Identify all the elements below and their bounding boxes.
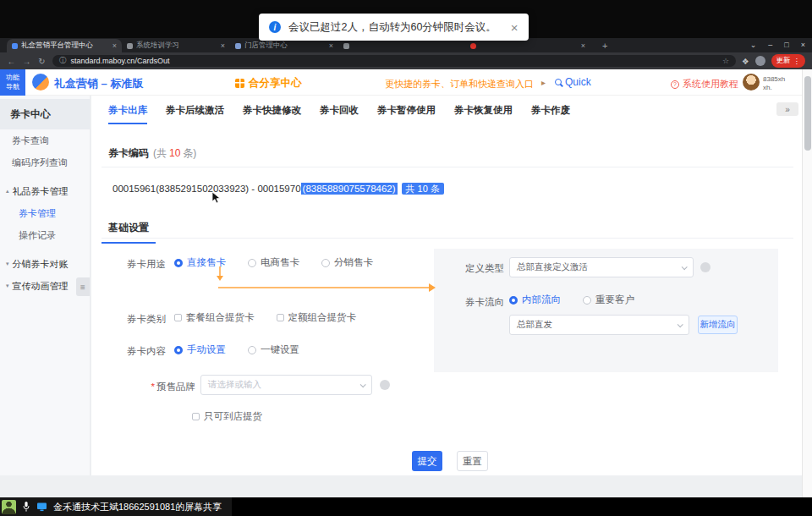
browser-tab-3[interactable]: 门店管理中心 × <box>230 39 338 52</box>
site-info-icon[interactable]: ⓘ <box>59 56 67 66</box>
checkbox-icon <box>277 314 284 321</box>
share-center-link[interactable]: 合分享中心 <box>235 76 302 91</box>
card-category-checkbox-group: 套餐组合提货卡 定额组合提货卡 <box>174 311 356 324</box>
basic-settings-heading: 基础设置 <box>102 221 156 244</box>
radio-one-click-setup[interactable]: 一键设置 <box>248 343 299 356</box>
define-type-select[interactable]: 总部直接定义激活 <box>509 257 694 277</box>
tab-search-icon[interactable]: ⌄ <box>750 41 757 49</box>
card-code-range: 00015961(8385291502033923) - 00015970(83… <box>112 183 444 195</box>
submit-button[interactable]: 提交 <box>412 451 442 471</box>
presale-brand-label: *预售品牌 <box>107 381 195 393</box>
browser-tab-1[interactable]: 礼盒营销平台管理中心 × <box>7 39 122 52</box>
maximize-icon[interactable]: □ <box>784 41 788 49</box>
card-action-tabs: 券卡出库 券卡后续激活 券卡快捷修改 券卡回收 券卡暂停使用 券卡恢复使用 券卡… <box>108 104 570 124</box>
sidebar-collapse-handle[interactable]: ≡ <box>76 277 90 296</box>
store-pickup-row: 只可到店提货 <box>192 410 262 423</box>
app-logo-title: 礼盒营销 – 标准版 <box>54 76 143 91</box>
flow-connector-arrow <box>211 265 448 299</box>
app-header: 功能 导航 礼盒营销 – 标准版 合分享中心 更快捷的券卡、订单和快递查询入口 … <box>0 69 802 96</box>
sidebar-group-dist-reconcile[interactable]: ▾ 分销券卡对账 <box>0 253 90 275</box>
tab-card-activate[interactable]: 券卡后续激活 <box>166 104 224 124</box>
favicon <box>343 43 349 49</box>
web-page: 功能 导航 礼盒营销 – 标准版 合分享中心 更快捷的券卡、订单和快递查询入口 … <box>0 69 812 497</box>
triangle-closed-icon: ▾ <box>6 283 9 289</box>
browser-tab-5[interactable]: × <box>465 39 590 52</box>
radio-on-icon <box>174 259 183 267</box>
card-flow-label: 券卡流向 <box>442 296 504 309</box>
address-bar[interactable]: ⓘ standard.maboy.cn/CardsOut ☆ <box>52 55 736 67</box>
reload-icon[interactable]: ↻ <box>37 57 47 66</box>
radio-internal-flow[interactable]: 内部流向 <box>509 294 561 306</box>
promo-text: 更快捷的券卡、订单和快递查询入口 <box>385 78 534 91</box>
recording-dot-icon <box>470 43 476 49</box>
tab-close-icon[interactable]: × <box>112 41 117 50</box>
tab-close-icon[interactable]: × <box>329 41 333 50</box>
microphone-icon <box>22 501 30 513</box>
checkbox-icon <box>174 314 182 321</box>
tab-close-icon[interactable]: × <box>221 41 225 50</box>
profile-avatar[interactable] <box>755 56 765 66</box>
participant-avatar-icon <box>2 500 16 514</box>
tab-card-pause[interactable]: 券卡暂停使用 <box>377 104 436 124</box>
radio-off-icon <box>583 296 591 305</box>
tab-card-outbound[interactable]: 券卡出库 <box>108 104 147 124</box>
quick-search-link[interactable]: Quick <box>555 76 591 88</box>
radio-on-icon <box>174 346 183 354</box>
sidebar-item-op-log[interactable]: 操作记录 <box>0 224 90 246</box>
sidebar-item-card-mgmt[interactable]: 券卡管理 <box>0 202 90 224</box>
tab-card-quick-edit[interactable]: 券卡快捷修改 <box>243 104 301 124</box>
triangle-open-icon: ▴ <box>6 188 9 195</box>
sidebar-item-card-query[interactable]: 券卡查询 <box>0 129 90 151</box>
extensions-icon[interactable]: ❖ <box>742 57 749 66</box>
app-logo-icon <box>32 74 49 91</box>
back-icon[interactable]: ← <box>7 57 16 66</box>
panel-collapse-button[interactable]: » <box>776 102 798 116</box>
minimize-icon[interactable]: – <box>768 41 772 49</box>
page-scrollbar[interactable] <box>802 69 812 497</box>
radio-manual-setup[interactable]: 手动设置 <box>174 343 226 356</box>
browser-tab-2[interactable]: 系统培训学习 × <box>122 39 230 52</box>
user-avatar[interactable] <box>743 74 760 91</box>
update-label: 更新 <box>776 56 791 66</box>
screen-share-icon <box>36 502 47 512</box>
tab-card-void[interactable]: 券卡作废 <box>531 104 570 124</box>
user-name: 8385xh xh. <box>763 75 785 93</box>
favicon <box>12 43 18 49</box>
presale-brand-select[interactable]: 请选择或输入 <box>200 375 372 395</box>
tab-card-resume[interactable]: 券卡恢复使用 <box>454 104 513 124</box>
radio-important-customer[interactable]: 重要客户 <box>583 294 634 306</box>
close-window-icon[interactable]: × <box>801 41 805 49</box>
screen: i 会议已超过2人，自动转为60分钟限时会议。 × 礼盒营销平台管理中心 × 系… <box>0 0 812 516</box>
radio-on-icon <box>509 296 518 305</box>
browser-tab-4[interactable] <box>338 39 465 52</box>
info-icon: i <box>269 21 281 33</box>
browser-update-button[interactable]: 更新 ⋮ <box>771 54 806 68</box>
checkbox-icon <box>192 413 200 420</box>
forward-icon[interactable]: → <box>22 57 31 66</box>
mouse-cursor <box>211 191 222 205</box>
checkbox-fixed-combo-pickup-card[interactable]: 定额组合提货卡 <box>277 311 357 324</box>
sidebar-item-code-seq-query[interactable]: 编码序列查询 <box>0 151 90 173</box>
new-tab-button[interactable]: + <box>602 41 607 51</box>
flow-target-select[interactable]: 总部直发 <box>509 315 689 335</box>
checkbox-combo-pickup-card[interactable]: 套餐组合提货卡 <box>174 311 255 324</box>
checkbox-store-pickup-only[interactable]: 只可到店提货 <box>192 410 262 423</box>
reset-button[interactable]: 重置 <box>457 451 488 471</box>
card-flow-radio-group: 内部流向 重要客户 <box>509 294 634 306</box>
card-codes-heading: 券卡编码(共10条) <box>108 146 196 161</box>
sidebar-group-gift-card-mgmt[interactable]: ▴ 礼品券卡管理 <box>0 180 90 202</box>
tab-card-recycle[interactable]: 券卡回收 <box>320 104 359 124</box>
toast-close-icon[interactable]: × <box>511 21 518 34</box>
function-nav-toggle[interactable]: 功能 导航 <box>0 69 25 96</box>
help-icon[interactable] <box>700 262 710 272</box>
tab-title: 礼盒营销平台管理中心 <box>21 41 109 51</box>
tab-close-icon[interactable]: × <box>581 41 585 50</box>
meeting-toast: i 会议已超过2人，自动转为60分钟限时会议。 × <box>259 14 529 41</box>
bookmark-star-icon[interactable]: ☆ <box>722 57 729 65</box>
add-flow-button[interactable]: 新增流向 <box>698 316 738 334</box>
browser-window: 礼盒营销平台管理中心 × 系统培训学习 × 门店管理中心 × × <box>0 38 812 497</box>
required-asterisk: * <box>151 382 155 392</box>
scrollbar-thumb[interactable] <box>804 76 811 151</box>
tutorial-link[interactable]: ? 系统使用教程 <box>671 78 738 91</box>
help-icon[interactable] <box>380 380 390 390</box>
